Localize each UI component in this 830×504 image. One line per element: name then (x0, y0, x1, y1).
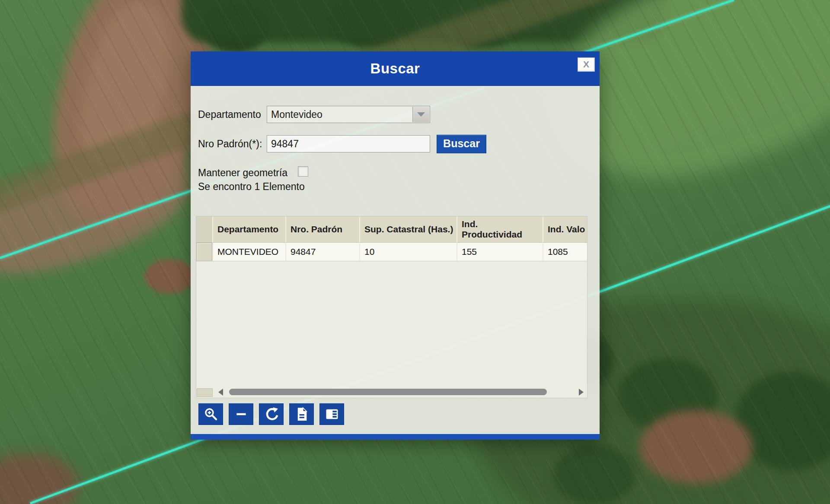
column-header[interactable]: Nro. Padrón (285, 216, 359, 243)
column-header[interactable]: Departamento (212, 216, 285, 243)
dialog-titlebar[interactable]: Buscar (191, 51, 600, 86)
dropdown-arrow-button[interactable] (412, 107, 429, 122)
table-row[interactable]: MONTEVIDEO 94847 10 155 1085 (196, 243, 587, 261)
refresh-icon (263, 407, 280, 422)
report-button[interactable] (319, 403, 344, 425)
departamento-selected-value: Montevideo (267, 106, 430, 123)
magnifier-plus-icon (203, 407, 219, 422)
table-header-row: Departamento Nro. Padrón Sup. Catastral … (196, 216, 587, 243)
column-header[interactable]: Ind. Productividad (456, 216, 543, 243)
close-button[interactable]: X (578, 57, 595, 72)
table-cell: 10 (359, 243, 456, 261)
table-cell: 155 (456, 243, 543, 261)
chevron-down-icon (417, 112, 425, 117)
departamento-select[interactable]: Montevideo (267, 106, 430, 123)
zoom-in-button[interactable] (198, 403, 223, 425)
remove-button[interactable] (229, 403, 253, 425)
dialog-toolbar (198, 403, 344, 425)
keep-geometry-checkbox[interactable] (298, 166, 308, 177)
dialog-title: Buscar (191, 51, 600, 86)
table-cell: 94847 (285, 243, 359, 261)
keep-geometry-label: Mantener geometría (198, 167, 287, 179)
scrollbar-corner (197, 388, 213, 397)
row-selector-header (196, 216, 212, 243)
horizontal-scrollbar (196, 388, 587, 397)
column-header[interactable]: Sup. Catastral (Has.) (359, 216, 456, 243)
app-stage: Buscar X Departamento Montevideo Nro Pad… (0, 0, 830, 504)
scrollbar-thumb[interactable] (229, 389, 547, 395)
search-button[interactable]: Buscar (437, 135, 486, 153)
row-selector-cell[interactable] (196, 243, 212, 261)
table-cell: 1085 (543, 243, 587, 261)
buscar-dialog: Buscar X Departamento Montevideo Nro Pad… (191, 51, 600, 440)
scroll-left-arrow[interactable] (218, 389, 223, 396)
close-icon: X (583, 59, 589, 69)
padron-label: Nro Padrón(*): (198, 138, 262, 150)
results-table: Departamento Nro. Padrón Sup. Catastral … (196, 216, 587, 398)
departamento-label: Departamento (198, 109, 261, 120)
dialog-bottom-border (191, 434, 600, 440)
column-header[interactable]: Ind. Valo (543, 216, 587, 243)
padron-input[interactable] (267, 135, 430, 152)
table-cell: MONTEVIDEO (212, 243, 285, 261)
document-icon (294, 407, 310, 422)
scroll-right-arrow[interactable] (579, 389, 584, 396)
refresh-button[interactable] (259, 403, 284, 425)
minus-icon (233, 407, 249, 422)
dialog-body: Departamento Montevideo Nro Padrón(*): B… (191, 86, 600, 434)
result-count-text: Se encontro 1 Elemento (198, 181, 305, 193)
document-button[interactable] (289, 403, 314, 425)
report-table-icon (324, 407, 340, 422)
